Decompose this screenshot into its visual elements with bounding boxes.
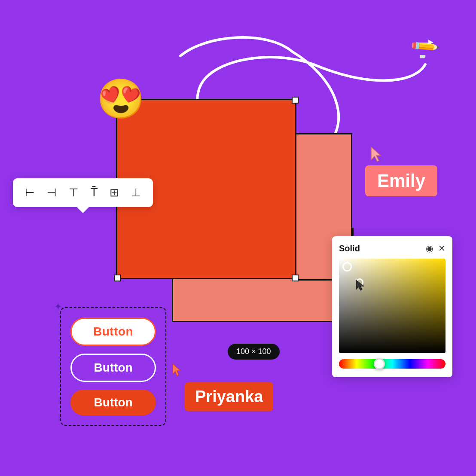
align-bottom-icon[interactable]: ⊥ bbox=[131, 186, 141, 199]
align-left-icon[interactable]: ⊢ bbox=[25, 186, 35, 199]
hue-slider-thumb[interactable] bbox=[374, 358, 385, 369]
dropper-icon[interactable]: ◉ bbox=[426, 243, 433, 253]
dimension-badge: 100 × 100 bbox=[228, 344, 280, 360]
hue-slider[interactable] bbox=[339, 359, 445, 369]
emily-label: Emily bbox=[365, 165, 437, 196]
svg-marker-3 bbox=[371, 147, 381, 162]
svg-marker-4 bbox=[356, 280, 364, 290]
align-center-v-icon[interactable]: ⊞ bbox=[110, 186, 119, 199]
move-icon[interactable]: ✦ bbox=[54, 301, 62, 312]
align-top-icon[interactable]: T̄ bbox=[91, 186, 98, 199]
resize-handle-bl[interactable] bbox=[114, 275, 121, 281]
close-icon[interactable]: ✕ bbox=[438, 243, 445, 253]
color-picker-actions: ◉ ✕ bbox=[426, 243, 445, 253]
alignment-toolbar: ⊢ ⊣ ⊤ T̄ ⊞ ⊥ bbox=[13, 178, 153, 207]
gradient-arrow bbox=[355, 279, 365, 293]
button-filled-orange[interactable]: Button bbox=[70, 390, 156, 415]
button-outlined-orange[interactable]: Button bbox=[70, 317, 156, 346]
color-picker-header: Solid ◉ ✕ bbox=[339, 243, 445, 253]
button-group-frame: ✦ Button Button Button bbox=[60, 307, 166, 426]
priyanka-cursor bbox=[172, 363, 182, 378]
heart-eyes-emoji: 😍 bbox=[97, 79, 145, 118]
priyanka-label: Priyanka bbox=[185, 382, 273, 411]
color-picker-title: Solid bbox=[339, 244, 360, 253]
emily-cursor bbox=[369, 145, 381, 164]
resize-handle-br[interactable] bbox=[292, 275, 299, 281]
align-center-h-icon[interactable]: ⊣ bbox=[47, 186, 57, 199]
color-gradient-field[interactable] bbox=[339, 259, 445, 353]
button-outlined-white[interactable]: Button bbox=[70, 354, 156, 382]
svg-marker-5 bbox=[173, 364, 180, 376]
gradient-white-circle bbox=[342, 262, 352, 272]
color-picker-panel[interactable]: Solid ◉ ✕ bbox=[332, 236, 452, 377]
align-right-icon[interactable]: ⊤ bbox=[69, 186, 79, 199]
resize-handle-tr[interactable] bbox=[292, 97, 299, 104]
